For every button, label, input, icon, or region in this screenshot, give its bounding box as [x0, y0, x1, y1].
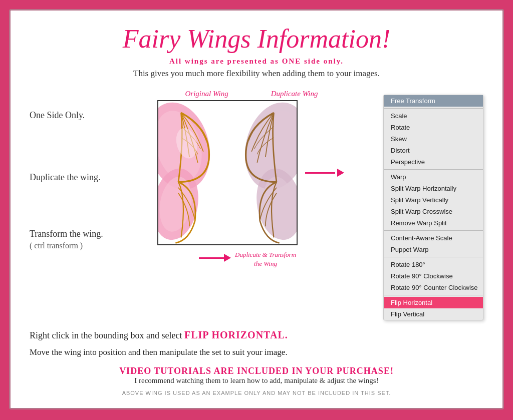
flip-highlight: FLIP HORIZONTAL.	[184, 329, 288, 340]
menu-item[interactable]: Flip Vertical	[384, 308, 483, 320]
subtitle-suffix: side only.	[304, 57, 344, 65]
flip-prefix: Right click in the bounding box and sele…	[30, 330, 184, 340]
menu-divider	[384, 295, 483, 295]
menu-item[interactable]: Skew	[384, 133, 483, 145]
outer-border: Fairy Wings Information! All wings are p…	[0, 0, 513, 420]
right-menu: Free TransformScaleRotateSkewDistortPers…	[383, 95, 483, 320]
page-title: Fairy Wings Information!	[30, 25, 483, 53]
footer-note: ABOVE WING IS USED AS AN EXAMPLE ONLY AN…	[30, 390, 483, 396]
menu-divider	[384, 108, 483, 109]
menu-item[interactable]: Split Warp Vertically	[384, 194, 483, 206]
one-side-label: One Side Only.	[30, 110, 120, 121]
menu-item[interactable]: Rotate 90° Counter Clockwise	[384, 282, 483, 293]
duplicate-wing-svg	[226, 100, 298, 245]
subtitle-prefix: All wings are presented as	[169, 57, 282, 65]
left-labels: One Side Only. Duplicate the wing. Trans…	[30, 90, 120, 252]
move-instruction: Move the wing into position and then man…	[30, 346, 483, 359]
menu-item[interactable]: Split Warp Crosswise	[384, 206, 483, 217]
menu-item[interactable]: Content-Aware Scale	[384, 232, 483, 244]
wings-bounding-box	[157, 100, 298, 245]
duplicate-wing-label: Duplicate Wing	[271, 90, 318, 98]
arrow-head	[337, 169, 344, 177]
arrow-line	[305, 172, 335, 174]
menu-item[interactable]: Split Warp Horizontally	[384, 183, 483, 194]
menu-divider	[384, 169, 483, 170]
menu-arrow	[305, 169, 344, 177]
main-content: One Side Only. Duplicate the wing. Trans…	[30, 90, 483, 320]
transform-main: Transform the wing.	[30, 229, 103, 239]
menu-item[interactable]: Flip Horizontal	[384, 297, 483, 308]
transform-arrow-line	[199, 257, 224, 259]
center-visual: Original Wing Duplicate Wing	[120, 90, 378, 268]
transform-sub: ( ctrl transform )	[30, 241, 83, 250]
menu-item[interactable]: Rotate	[384, 122, 483, 133]
context-menu: Free TransformScaleRotateSkewDistortPers…	[383, 95, 483, 320]
menu-item[interactable]: Remove Warp Split	[384, 217, 483, 229]
video-sub: I recommend watching them to learn how t…	[30, 376, 483, 385]
transform-caption: Duplicate & Transformthe Wing	[235, 250, 296, 268]
transform-label-text: Transform the wing. ( ctrl transform )	[30, 228, 120, 252]
menu-item[interactable]: Rotate 90° Clockwise	[384, 270, 483, 282]
inner-card: Fairy Wings Information! All wings are p…	[9, 9, 504, 409]
flip-instruction: Right click in the bounding box and sele…	[30, 329, 483, 341]
menu-item[interactable]: Rotate 180°	[384, 259, 483, 270]
subtitle: All wings are presented as ONE side only…	[30, 57, 483, 66]
menu-item[interactable]: Scale	[384, 110, 483, 122]
menu-divider	[384, 230, 483, 231]
menu-item[interactable]: Warp	[384, 171, 483, 183]
video-banner: VIDEO TUTORIALS ARE INCLUDED IN YOUR PUR…	[30, 366, 483, 385]
duplicate-label: Duplicate the wing.	[30, 172, 120, 183]
description: This gives you much more flexibility whe…	[30, 69, 483, 79]
subtitle-bold: ONE	[282, 57, 302, 65]
bottom-sections: Right click in the bounding box and sele…	[30, 329, 483, 396]
menu-item[interactable]: Free Transform	[384, 95, 483, 107]
transform-arrow-head	[224, 254, 231, 262]
menu-item[interactable]: Puppet Warp	[384, 244, 483, 255]
original-wing-svg	[157, 100, 228, 245]
video-title: VIDEO TUTORIALS ARE INCLUDED IN YOUR PUR…	[30, 366, 483, 376]
menu-item[interactable]: Perspective	[384, 156, 483, 168]
original-wing-label: Original Wing	[185, 90, 228, 98]
menu-divider	[384, 257, 483, 257]
menu-item[interactable]: Distort	[384, 145, 483, 156]
wing-labels-row: Original Wing Duplicate Wing	[154, 90, 344, 98]
